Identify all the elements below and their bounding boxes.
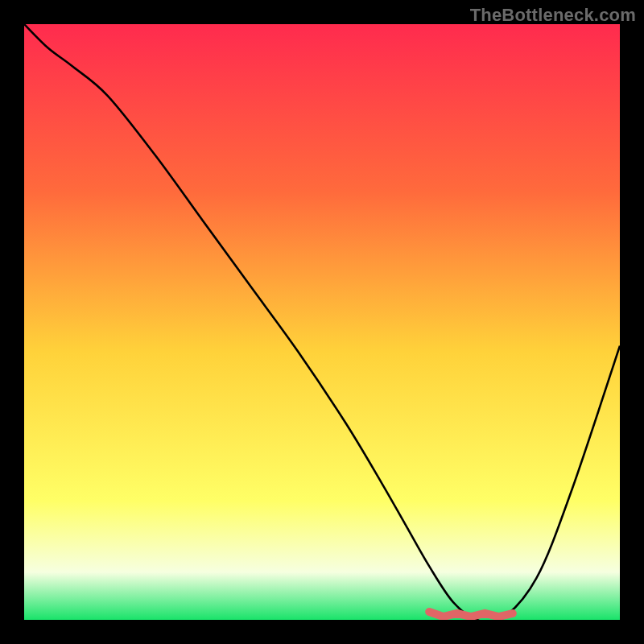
minimum-highlight: [429, 612, 513, 617]
chart-area: [24, 24, 620, 620]
outer-frame: TheBottleneck.com: [0, 0, 644, 644]
gradient-background: [24, 24, 620, 620]
watermark-text: TheBottleneck.com: [470, 5, 636, 26]
chart-svg: [24, 24, 620, 620]
